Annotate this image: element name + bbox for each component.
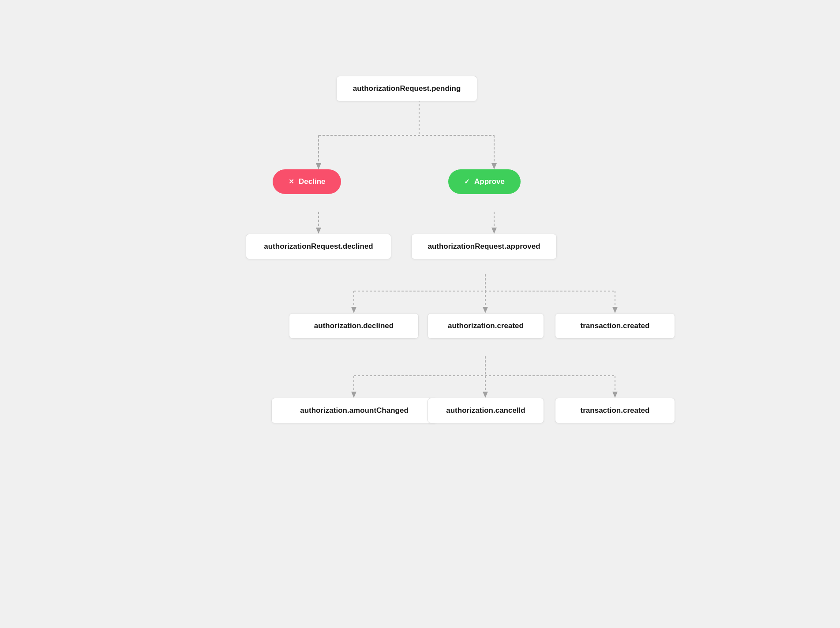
node-auth-created: authorization.created (428, 313, 544, 339)
svg-marker-15 (483, 307, 488, 313)
node-pending: authorizationRequest.pending (336, 76, 477, 101)
node-decline: ✕ Decline (273, 169, 341, 194)
node-auth-declined: authorization.declined (289, 313, 419, 339)
svg-marker-5 (491, 163, 497, 169)
svg-marker-17 (612, 307, 618, 313)
svg-marker-13 (351, 307, 356, 313)
decline-icon: ✕ (289, 178, 294, 186)
svg-marker-3 (316, 163, 321, 169)
flow-diagram: authorizationRequest.pending ✕ Decline ✓… (177, 49, 663, 579)
node-auth-amount: authorization.amountChanged (271, 398, 437, 423)
node-declined-request: authorizationRequest.declined (246, 234, 391, 259)
decline-label: Decline (299, 177, 325, 186)
node-approve: ✓ Approve (448, 169, 521, 194)
svg-marker-21 (351, 392, 356, 398)
node-auth-cancel: authorization.cancelId (428, 398, 544, 423)
node-approved-request: authorizationRequest.approved (411, 234, 557, 259)
approve-label: Approve (474, 177, 505, 186)
svg-marker-9 (491, 228, 497, 234)
svg-marker-7 (316, 228, 321, 234)
svg-marker-25 (612, 392, 618, 398)
node-txn-created-1: transaction.created (555, 313, 675, 339)
approve-icon: ✓ (464, 178, 470, 186)
svg-marker-23 (483, 392, 488, 398)
node-txn-created-2: transaction.created (555, 398, 675, 423)
